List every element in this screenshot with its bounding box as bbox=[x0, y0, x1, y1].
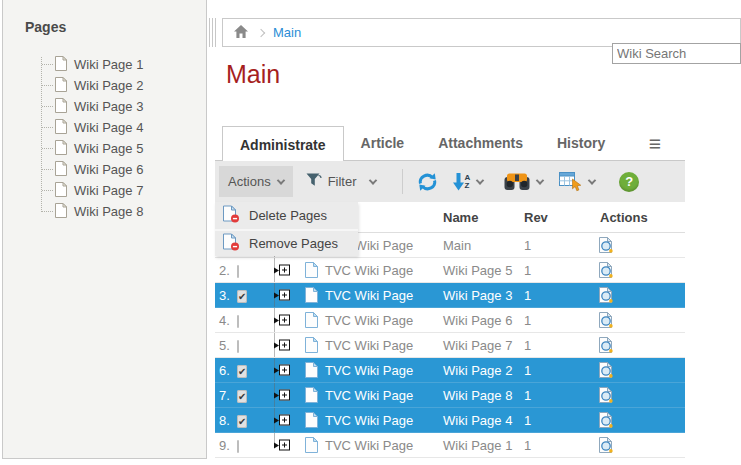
row-type: TVC Wiki Page bbox=[325, 413, 443, 428]
tab-label: Attachments bbox=[438, 135, 523, 151]
table-row[interactable]: 6. TVC Wiki Page Wiki Page 2 1 bbox=[215, 358, 685, 383]
preview-button[interactable] bbox=[598, 361, 685, 379]
expand-icon[interactable] bbox=[274, 440, 290, 451]
tab-history[interactable]: History bbox=[540, 126, 622, 160]
row-tree-cell bbox=[262, 283, 305, 307]
preview-button[interactable] bbox=[598, 411, 685, 429]
column-header-actions[interactable]: Actions bbox=[598, 210, 685, 225]
sidebar-page-item[interactable]: Wiki Page 2 bbox=[35, 75, 205, 96]
column-header-rev[interactable]: Rev bbox=[524, 210, 598, 225]
sidebar-page-item[interactable]: Wiki Page 6 bbox=[35, 159, 205, 180]
preview-button[interactable] bbox=[598, 261, 685, 279]
menu-item-label: Delete Pages bbox=[249, 208, 327, 223]
preview-button[interactable] bbox=[598, 336, 685, 354]
expand-icon[interactable] bbox=[274, 265, 290, 276]
wiki-page-icon bbox=[305, 412, 325, 428]
filter-dropdown-button[interactable]: Filter bbox=[306, 173, 376, 191]
breadcrumb-link-main[interactable]: Main bbox=[273, 25, 301, 40]
preview-button[interactable] bbox=[598, 311, 685, 329]
sidebar-page-item[interactable]: Wiki Page 3 bbox=[35, 96, 205, 117]
refresh-button[interactable] bbox=[416, 172, 439, 192]
pages-tree-list: Wiki Page 1 Wiki Page 2 Wiki Page 3 Wiki… bbox=[35, 54, 205, 222]
actions-menu-item[interactable]: Remove Pages bbox=[215, 229, 358, 256]
find-button[interactable] bbox=[504, 173, 543, 191]
help-icon: ? bbox=[625, 174, 633, 189]
preview-button[interactable] bbox=[598, 236, 685, 254]
help-button[interactable]: ? bbox=[619, 172, 639, 192]
sidebar-page-item[interactable]: Wiki Page 4 bbox=[35, 117, 205, 138]
expand-icon[interactable] bbox=[274, 290, 290, 301]
preview-icon bbox=[598, 436, 615, 454]
sidebar-page-label: Wiki Page 6 bbox=[74, 162, 143, 177]
preview-button[interactable] bbox=[598, 286, 685, 304]
wiki-search-input[interactable] bbox=[612, 43, 741, 64]
row-rev: 1 bbox=[524, 438, 598, 453]
row-name: Main bbox=[443, 238, 524, 253]
row-tree-cell bbox=[262, 383, 305, 407]
preview-icon bbox=[598, 361, 615, 379]
preview-button[interactable] bbox=[598, 436, 685, 454]
expand-icon[interactable] bbox=[274, 315, 290, 326]
tab-attachments[interactable]: Attachments bbox=[421, 126, 540, 160]
expand-icon[interactable] bbox=[274, 340, 290, 351]
row-name: Wiki Page 6 bbox=[443, 313, 524, 328]
page-icon bbox=[55, 77, 67, 95]
row-tree-cell bbox=[262, 308, 305, 332]
row-checkbox[interactable] bbox=[237, 315, 239, 328]
home-icon[interactable] bbox=[234, 25, 248, 41]
actions-button-label: Actions bbox=[228, 174, 271, 189]
row-name: Wiki Page 8 bbox=[443, 388, 524, 403]
table-row[interactable]: 8. TVC Wiki Page Wiki Page 4 1 bbox=[215, 408, 685, 433]
tab-article[interactable]: Article bbox=[344, 126, 422, 160]
sort-az-label: AZ bbox=[465, 174, 471, 190]
tab-overflow-menu-icon[interactable]: ≡ bbox=[649, 133, 661, 154]
row-type: TVC Wiki Page bbox=[325, 263, 443, 278]
actions-dropdown-button[interactable]: Actions bbox=[219, 166, 293, 197]
sidebar-page-item[interactable]: Wiki Page 5 bbox=[35, 138, 205, 159]
wiki-page-icon bbox=[305, 287, 325, 303]
row-checkbox[interactable] bbox=[237, 440, 239, 453]
expand-icon[interactable] bbox=[274, 365, 290, 376]
table-row[interactable]: 2. TVC Wiki Page Wiki Page 5 1 bbox=[215, 258, 685, 283]
table-row[interactable]: 4. TVC Wiki Page Wiki Page 6 1 bbox=[215, 308, 685, 333]
sort-arrow-icon bbox=[453, 173, 464, 191]
wiki-page-icon bbox=[305, 387, 325, 403]
filter-button-label: Filter bbox=[328, 174, 357, 189]
row-rev: 1 bbox=[524, 413, 598, 428]
expand-icon[interactable] bbox=[274, 390, 290, 401]
table-row[interactable]: 3. TVC Wiki Page Wiki Page 3 1 bbox=[215, 283, 685, 308]
row-checkbox[interactable] bbox=[237, 390, 247, 403]
table-row[interactable]: 7. TVC Wiki Page Wiki Page 8 1 bbox=[215, 383, 685, 408]
tab-administrate[interactable]: Administrate bbox=[222, 126, 344, 162]
page-icon bbox=[55, 182, 67, 200]
row-number: 3. bbox=[215, 288, 237, 303]
page-icon bbox=[55, 161, 67, 179]
sort-button[interactable]: AZ bbox=[453, 173, 484, 191]
row-number: 2. bbox=[215, 263, 237, 278]
row-checkbox[interactable] bbox=[237, 265, 239, 278]
preview-icon bbox=[598, 386, 615, 404]
row-checkbox[interactable] bbox=[237, 415, 247, 428]
sidebar-page-label: Wiki Page 5 bbox=[74, 141, 143, 156]
sidebar-page-item[interactable]: Wiki Page 1 bbox=[35, 54, 205, 75]
sidebar-page-item[interactable]: Wiki Page 8 bbox=[35, 201, 205, 222]
wiki-page-icon bbox=[305, 312, 325, 328]
row-checkbox[interactable] bbox=[237, 365, 247, 378]
column-header-name[interactable]: Name bbox=[443, 210, 524, 225]
actions-menu-item[interactable]: Delete Pages bbox=[215, 202, 358, 229]
preview-icon bbox=[598, 286, 615, 304]
table-row[interactable]: 9. TVC Wiki Page Wiki Page 1 1 bbox=[215, 433, 685, 458]
row-checkbox[interactable] bbox=[237, 340, 239, 353]
row-number: 6. bbox=[215, 363, 237, 378]
row-name: Wiki Page 2 bbox=[443, 363, 524, 378]
sidebar-splitter-handle[interactable] bbox=[209, 18, 217, 47]
page-icon bbox=[55, 203, 67, 221]
preview-button[interactable] bbox=[598, 386, 685, 404]
sidebar-page-label: Wiki Page 7 bbox=[74, 183, 143, 198]
expand-icon[interactable] bbox=[274, 415, 290, 426]
table-row[interactable]: 5. TVC Wiki Page Wiki Page 7 1 bbox=[215, 333, 685, 358]
row-checkbox[interactable] bbox=[237, 290, 247, 303]
delete-page-icon bbox=[222, 233, 240, 254]
column-select-button[interactable] bbox=[559, 172, 595, 192]
sidebar-page-item[interactable]: Wiki Page 7 bbox=[35, 180, 205, 201]
